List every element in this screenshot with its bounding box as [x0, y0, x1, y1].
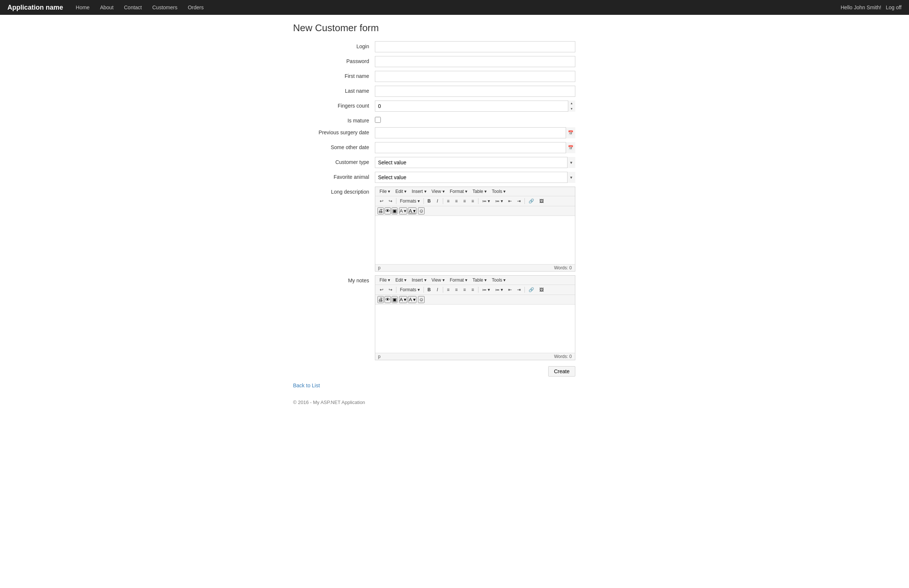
notes-image-btn[interactable]: 🖼 [537, 286, 546, 294]
favorite-animal-label: Favorite animal [293, 172, 375, 180]
notes-align-justify-btn[interactable]: ≡ [469, 286, 477, 294]
long-desc-toolbar1: ↩ ↪ Formats ▾ B I ≡ ≡ ≡ ≡ ≔ ▾ ≔ ▾ ⇤ ⇥ 🔗 … [375, 196, 575, 206]
align-left-btn[interactable]: ≡ [445, 197, 452, 205]
notes-undo-btn[interactable]: ↩ [377, 286, 386, 294]
notes-font-color-btn[interactable]: A ▾ [399, 296, 408, 303]
ismature-checkbox[interactable] [375, 117, 381, 123]
app-brand[interactable]: Application name [7, 4, 63, 11]
my-notes-toolbar2: 🖨 👁 ▣ A ▾ A ▾ ☺ [375, 295, 575, 305]
prev-surgery-input[interactable] [375, 127, 575, 138]
notes-align-right-btn[interactable]: ≡ [461, 286, 468, 294]
spin-up[interactable]: ▲ [568, 100, 575, 106]
image-btn[interactable]: 🖼 [537, 197, 546, 205]
favorite-animal-wrapper: Select value ▼ [375, 172, 575, 183]
align-justify-btn[interactable]: ≡ [469, 197, 477, 205]
customer-type-wrapper: Select value ▼ [375, 157, 575, 168]
menu-insert[interactable]: Insert ▾ [409, 188, 428, 195]
long-desc-footer: p Words: 0 [375, 264, 575, 271]
other-date-input[interactable] [375, 142, 575, 153]
notes-emoji-btn[interactable]: ☺ [418, 296, 425, 303]
customer-type-select[interactable]: Select value [375, 157, 575, 168]
page-title: New Customer form [293, 22, 616, 34]
ismature-group: Is mature [293, 115, 616, 124]
redo-btn[interactable]: ↪ [387, 197, 395, 205]
menu-table[interactable]: Table ▾ [470, 188, 489, 195]
menu-tools[interactable]: Tools ▾ [490, 188, 508, 195]
align-center-btn[interactable]: ≡ [453, 197, 460, 205]
notes-preview-btn[interactable]: 👁 [385, 296, 391, 303]
my-notes-group: My notes File ▾ Edit ▾ Insert ▾ View ▾ F… [293, 275, 616, 360]
back-to-list-link[interactable]: Back to List [293, 383, 616, 388]
spin-down[interactable]: ▼ [568, 106, 575, 111]
notes-menu-file[interactable]: File ▾ [377, 277, 393, 283]
notes-print-btn[interactable]: 🖨 [377, 296, 384, 303]
notes-indent-btn[interactable]: ⇥ [515, 286, 523, 294]
my-notes-toolbar1: ↩ ↪ Formats ▾ B I ≡ ≡ ≡ ≡ ≔ ▾ ≔ ▾ ⇤ ⇥ 🔗 … [375, 285, 575, 295]
bg-color-btn[interactable]: A ▾ [408, 207, 416, 215]
notes-menu-tools[interactable]: Tools ▾ [490, 277, 508, 283]
footer: © 2016 - My ASP.NET Application [293, 399, 616, 405]
nav-orders[interactable]: Orders [183, 0, 209, 15]
favorite-animal-select[interactable]: Select value [375, 172, 575, 183]
notes-menu-edit[interactable]: Edit ▾ [393, 277, 409, 283]
prev-surgery-wrapper: 📅 [375, 127, 575, 138]
notes-bg-color-btn[interactable]: A ▾ [408, 296, 416, 303]
bold-btn[interactable]: B [425, 197, 433, 205]
notes-menu-table[interactable]: Table ▾ [470, 277, 489, 283]
undo-btn[interactable]: ↩ [377, 197, 386, 205]
other-date-calendar-btn[interactable]: 📅 [566, 142, 575, 153]
notes-menu-insert[interactable]: Insert ▾ [409, 277, 428, 283]
notes-ul-btn[interactable]: ≔ ▾ [480, 286, 492, 294]
prev-surgery-group: Previous surgery date 📅 [293, 127, 616, 138]
notes-ol-btn[interactable]: ≔ ▾ [493, 286, 505, 294]
menu-view[interactable]: View ▾ [429, 188, 447, 195]
font-color-btn[interactable]: A ▾ [399, 207, 408, 215]
print-btn[interactable]: 🖨 [377, 207, 384, 215]
password-input[interactable] [375, 56, 575, 67]
notes-link-btn[interactable]: 🔗 [526, 286, 536, 294]
menu-format[interactable]: Format ▾ [448, 188, 469, 195]
notes-redo-btn[interactable]: ↪ [387, 286, 395, 294]
notes-align-center-btn[interactable]: ≡ [453, 286, 460, 294]
customer-type-label: Customer type [293, 157, 375, 165]
notes-outdent-btn[interactable]: ⇤ [506, 286, 514, 294]
ismature-label: Is mature [293, 115, 375, 124]
italic-btn[interactable]: I [434, 197, 442, 205]
notes-bold-btn[interactable]: B [425, 286, 433, 294]
menu-edit[interactable]: Edit ▾ [393, 188, 409, 195]
customer-type-group: Customer type Select value ▼ [293, 157, 616, 168]
notes-menu-view[interactable]: View ▾ [429, 277, 447, 283]
notes-italic-btn[interactable]: I [434, 286, 442, 294]
indent-btn[interactable]: ⇥ [515, 197, 523, 205]
create-button[interactable]: Create [548, 366, 575, 376]
notes-align-left-btn[interactable]: ≡ [445, 286, 452, 294]
emoji-btn[interactable]: ☺ [418, 207, 425, 215]
menu-file[interactable]: File ▾ [377, 188, 393, 195]
fingers-input[interactable] [375, 100, 575, 111]
my-notes-footer: p Words: 0 [375, 353, 575, 360]
login-input[interactable] [375, 41, 575, 52]
nav-contact[interactable]: Contact [119, 0, 147, 15]
my-notes-body[interactable] [375, 305, 575, 353]
nav-about[interactable]: About [95, 0, 119, 15]
formats-btn[interactable]: Formats ▾ [398, 197, 422, 205]
ul-btn[interactable]: ≔ ▾ [480, 197, 492, 205]
preview-btn[interactable]: 👁 [385, 207, 391, 215]
prev-surgery-calendar-btn[interactable]: 📅 [566, 127, 575, 138]
source-btn[interactable]: ▣ [391, 207, 398, 215]
fingers-label: Fingers count [293, 100, 375, 109]
prev-surgery-label: Previous surgery date [293, 127, 375, 136]
firstname-input[interactable] [375, 71, 575, 82]
ol-btn[interactable]: ≔ ▾ [493, 197, 505, 205]
long-desc-body[interactable] [375, 216, 575, 264]
notes-source-btn[interactable]: ▣ [391, 296, 398, 303]
notes-menu-format[interactable]: Format ▾ [448, 277, 469, 283]
link-btn[interactable]: 🔗 [526, 197, 536, 205]
lastname-input[interactable] [375, 86, 575, 97]
outdent-btn[interactable]: ⇤ [506, 197, 514, 205]
logoff-link[interactable]: Log off [886, 5, 902, 10]
nav-home[interactable]: Home [71, 0, 95, 15]
align-right-btn[interactable]: ≡ [461, 197, 468, 205]
nav-customers[interactable]: Customers [147, 0, 183, 15]
notes-formats-btn[interactable]: Formats ▾ [398, 286, 422, 294]
